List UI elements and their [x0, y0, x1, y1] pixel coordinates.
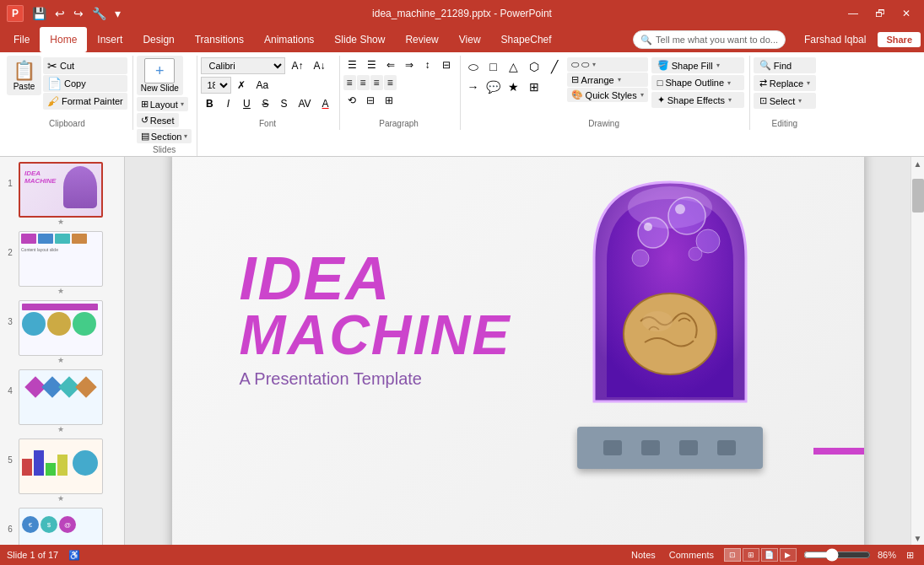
format-painter-button[interactable]: 🖌 Format Painter [43, 93, 127, 110]
shape-swatch-oval[interactable]: ⬭ [464, 57, 483, 76]
shape-swatch-callout[interactable]: 💬 [484, 78, 503, 96]
ribbon-group-paragraph: ☰ ☰ ⇐ ⇒ ↕ ⊟ ≡ ≡ ≡ ≡ ⟲ ⊟ [340, 56, 461, 130]
italic-button[interactable]: I [219, 96, 236, 111]
shapes-button[interactable]: ⬭ ⬭ ▾ [567, 57, 648, 72]
user-info[interactable]: Farshad Iqbal [799, 32, 871, 47]
shape-outline-button[interactable]: □ Shape Outline ▾ [651, 75, 744, 90]
shape-swatch-hex[interactable]: ⬡ [525, 57, 543, 76]
shape-swatch-star[interactable]: ★ [505, 78, 523, 96]
indent-dec-button[interactable]: ⇐ [382, 57, 399, 73]
section-button[interactable]: ▤ Section ▾ [137, 129, 192, 143]
menu-view[interactable]: View [449, 27, 491, 52]
bullets-button[interactable]: ☰ [343, 57, 361, 73]
slide-num-5: 5 [5, 455, 15, 465]
scroll-down-button[interactable]: ▼ [911, 531, 925, 545]
reset-button[interactable]: ↺ Reset [137, 113, 179, 127]
menu-slideshow[interactable]: Slide Show [324, 27, 395, 52]
layout-button[interactable]: ⊞ Layout ▾ [137, 97, 188, 111]
menu-insert[interactable]: Insert [87, 27, 132, 52]
align-justify-button[interactable]: ≡ [384, 75, 397, 90]
columns-button[interactable]: ⊟ [438, 57, 455, 73]
scroll-thumb[interactable] [912, 179, 924, 213]
restore-button[interactable]: 🗗 [868, 6, 892, 21]
reading-view-button[interactable]: 📄 [761, 548, 778, 562]
copy-button[interactable]: 📄 Copy [43, 75, 127, 92]
menu-animations[interactable]: Animations [254, 27, 324, 52]
shape-fill-button[interactable]: 🪣 Shape Fill ▾ [651, 57, 744, 73]
menu-design[interactable]: Design [132, 27, 184, 52]
shape-fill-icon: 🪣 [657, 60, 669, 71]
share-button[interactable]: Share [878, 32, 921, 47]
replace-button[interactable]: ⇄ Replace ▾ [754, 75, 816, 91]
normal-view-button[interactable]: ⊡ [724, 548, 741, 562]
shape-swatch-arrow[interactable]: → [464, 78, 483, 96]
char-spacing-button[interactable]: AV [294, 96, 315, 111]
redo-button[interactable]: ↪ [70, 5, 87, 22]
increase-font-button[interactable]: A↑ [287, 58, 307, 73]
shape-effects-icon: ✦ [657, 94, 665, 105]
underline-button[interactable]: U [238, 96, 255, 111]
slide-canvas[interactable]: IDEA MACHINE A Presentation Template [172, 157, 864, 545]
clear-formatting-button[interactable]: ✗ [233, 78, 250, 93]
font-size-select[interactable]: 18 [201, 77, 231, 94]
paste-button[interactable]: 📋 Paste [7, 56, 41, 95]
accessibility-button[interactable]: ♿ [65, 548, 84, 562]
menu-file[interactable]: File [3, 27, 40, 52]
slide-sorter-button[interactable]: ⊞ [743, 548, 759, 562]
menu-transitions[interactable]: Transitions [185, 27, 254, 52]
align-center-button[interactable]: ≡ [357, 75, 370, 90]
notes-button[interactable]: Notes [628, 548, 659, 562]
font-color-button[interactable]: A [317, 96, 334, 111]
strikethrough-button[interactable]: S [257, 96, 273, 111]
find-button[interactable]: 🔍 Find [754, 57, 816, 73]
zoom-slider[interactable] [803, 550, 871, 560]
quick-styles-button[interactable]: 🎨 Quick Styles ▾ [567, 88, 648, 102]
customize-button[interactable]: 🔧 [89, 5, 110, 22]
comments-button[interactable]: Comments [666, 548, 717, 562]
arrange-button[interactable]: ⊟ Arrange ▾ [567, 73, 648, 87]
shape-swatch-rect[interactable]: □ [484, 57, 503, 76]
slide-thumb-6[interactable]: 6 € $ @ ★ [0, 506, 124, 545]
select-button[interactable]: ⊡ Select ▾ [754, 93, 816, 109]
slide-thumb-1[interactable]: 1 IDEAMACHINE ★ [0, 160, 124, 228]
slide-thumb-5[interactable]: 5 ★ [0, 437, 124, 504]
font-name-select[interactable]: Calibri [201, 57, 285, 74]
menu-home[interactable]: Home [40, 27, 87, 52]
slideshow-button[interactable]: ▶ [780, 548, 797, 562]
shape-swatch-tri[interactable]: △ [505, 57, 523, 76]
text-direction-button[interactable]: ⟲ [343, 93, 360, 108]
slide-title-line2: MACHINE [240, 307, 511, 363]
slide-thumb-3[interactable]: 3 ★ [0, 299, 124, 366]
shape-effects-button[interactable]: ✦ Shape Effects ▾ [651, 92, 744, 108]
scroll-up-button[interactable]: ▲ [911, 157, 925, 170]
text-shadow-button[interactable]: S [275, 96, 292, 111]
qa-dropdown-button[interactable]: ▾ [111, 5, 124, 22]
copy-label: Copy [64, 78, 86, 89]
section-label: Section [151, 132, 182, 142]
bold-button[interactable]: B [201, 96, 218, 111]
align-right-button[interactable]: ≡ [370, 75, 383, 90]
status-bar: Slide 1 of 17 ♿ Notes Comments ⊡ ⊞ 📄 ▶ 8… [0, 545, 924, 565]
slide-thumb-4[interactable]: 4 ★ [0, 368, 124, 435]
tell-me-input[interactable]: 🔍 Tell me what you want to do... [633, 30, 786, 49]
shape-swatch-more[interactable]: ⊞ [525, 78, 543, 96]
cut-button[interactable]: ✂ Cut [43, 57, 127, 74]
align-left-button[interactable]: ≡ [343, 75, 356, 90]
smartart-button[interactable]: ⊞ [381, 93, 397, 108]
close-button[interactable]: ✕ [895, 6, 917, 21]
indent-inc-button[interactable]: ⇒ [401, 57, 418, 73]
minimize-button[interactable]: — [841, 6, 865, 21]
change-case-button[interactable]: Aa [251, 78, 273, 93]
new-slide-button[interactable]: + New Slide [137, 56, 183, 95]
numbered-button[interactable]: ☰ [363, 57, 381, 73]
shape-swatch-line[interactable]: ╱ [545, 57, 564, 76]
slide-thumb-2[interactable]: 2 Content layout slide ★ [0, 229, 124, 297]
fit-button[interactable]: ⊞ [903, 548, 917, 562]
menu-shapechef[interactable]: ShapeChef [491, 27, 562, 52]
menu-review[interactable]: Review [395, 27, 448, 52]
line-spacing-button[interactable]: ↕ [419, 57, 436, 73]
undo-button[interactable]: ↩ [51, 5, 68, 22]
decrease-font-button[interactable]: A↓ [309, 58, 329, 73]
align-text-button[interactable]: ⊟ [362, 93, 379, 108]
save-button[interactable]: 💾 [29, 5, 50, 22]
